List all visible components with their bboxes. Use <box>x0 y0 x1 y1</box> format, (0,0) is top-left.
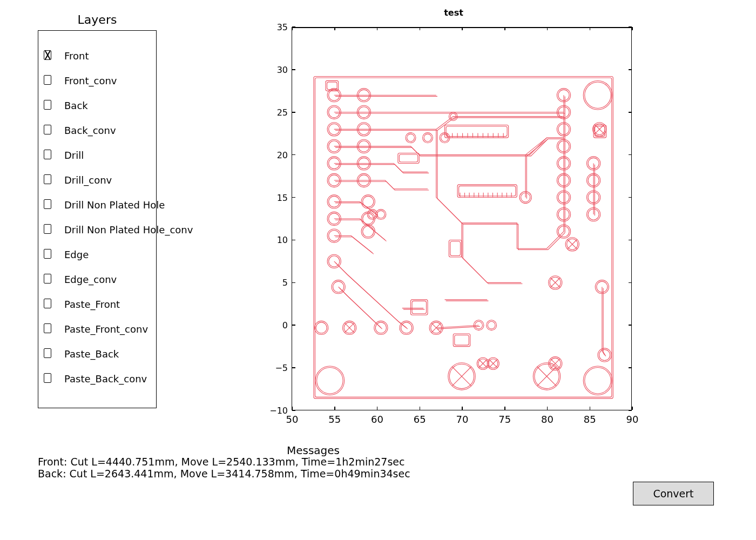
layer-checkbox[interactable] <box>44 125 51 134</box>
ytick-mark <box>292 410 295 411</box>
layer-checkbox[interactable] <box>44 174 51 184</box>
layer-checkbox[interactable] <box>44 274 51 284</box>
layer-checkbox[interactable] <box>44 323 51 333</box>
ytick-mark-right <box>629 367 632 368</box>
layer-row-drill: Drill <box>38 144 156 169</box>
layer-label: Paste_Back <box>64 348 119 360</box>
ytick-mark-right <box>629 69 632 70</box>
layer-label: Paste_Front <box>64 299 120 310</box>
ytick-mark-right <box>629 26 632 28</box>
ytick-mark <box>292 26 295 28</box>
ytick-mark <box>292 112 295 113</box>
ytick-label: 25 <box>263 107 288 117</box>
plot-area[interactable]: −10−505101520253035505560657075808590 <box>292 27 632 410</box>
layer-label: Drill Non Plated Hole <box>64 199 165 211</box>
ytick-mark <box>292 282 295 284</box>
layer-label: Back_conv <box>64 125 116 136</box>
layer-checkbox[interactable] <box>44 348 51 358</box>
layer-row-front-conv: Front_conv <box>38 70 156 94</box>
xtick-mark <box>632 407 633 410</box>
ytick-mark <box>292 69 295 70</box>
xtick-mark-top <box>547 27 548 30</box>
layer-label: Front <box>64 50 89 62</box>
ytick-label: 10 <box>263 235 288 245</box>
layer-row-drill-conv: Drill_conv <box>38 169 156 194</box>
layer-label: Back <box>64 100 88 111</box>
layer-row-drill-non-plated-hole-conv: Drill Non Plated Hole_conv <box>38 219 156 244</box>
xtick-mark <box>462 407 463 410</box>
ytick-mark <box>292 240 295 241</box>
ytick-mark-right <box>629 240 632 241</box>
layer-row-edge: Edge <box>38 244 156 268</box>
layer-label: Edge <box>64 249 89 260</box>
xtick-label: 85 <box>584 414 596 425</box>
ytick-label: −10 <box>263 406 288 416</box>
ytick-mark-right <box>629 410 632 411</box>
layer-row-paste-back-conv: Paste_Back_conv <box>38 368 156 393</box>
ytick-label: 5 <box>263 278 288 288</box>
xtick-mark <box>547 407 548 410</box>
layer-label: Paste_Front_conv <box>64 323 148 335</box>
xtick-mark <box>504 407 505 410</box>
ytick-mark <box>292 154 295 156</box>
layer-row-back-conv: Back_conv <box>38 119 156 144</box>
xtick-label: 60 <box>371 414 383 425</box>
ytick-mark-right <box>629 197 632 198</box>
layer-label: Drill Non Plated Hole_conv <box>64 224 193 235</box>
layer-row-front: Front <box>38 45 156 70</box>
messages-line-1: Front: Cut L=4440.751mm, Move L=2540.133… <box>38 456 404 468</box>
layer-checkbox[interactable] <box>44 199 51 209</box>
ytick-mark-right <box>629 282 632 284</box>
xtick-mark <box>420 407 421 410</box>
xtick-label: 80 <box>541 414 554 425</box>
ytick-mark-right <box>629 325 632 326</box>
ytick-mark <box>292 197 295 198</box>
layer-row-paste-front: Paste_Front <box>38 293 156 318</box>
ytick-label: 0 <box>263 320 288 330</box>
xtick-mark-top <box>377 27 378 30</box>
layer-label: Front_conv <box>64 75 117 86</box>
xtick-label: 65 <box>414 414 426 425</box>
layers-panel: FrontFront_convBackBack_convDrillDrill_c… <box>38 30 157 408</box>
ytick-label: 15 <box>263 192 288 202</box>
convert-button[interactable]: Convert <box>633 482 714 505</box>
ytick-label: −5 <box>263 363 288 373</box>
layer-row-back: Back <box>38 94 156 119</box>
ytick-label: 20 <box>263 150 288 160</box>
xtick-mark <box>590 407 591 410</box>
ytick-label: 30 <box>263 64 288 75</box>
layer-label: Drill <box>64 150 84 161</box>
xtick-mark <box>292 407 293 410</box>
ytick-mark <box>292 367 295 368</box>
layer-checkbox[interactable] <box>44 224 51 234</box>
ytick-mark-right <box>629 112 632 113</box>
layer-checkbox[interactable] <box>44 373 51 383</box>
messages-title: Messages <box>38 444 589 457</box>
ytick-mark-right <box>629 154 632 156</box>
ytick-mark <box>292 325 295 326</box>
xtick-mark <box>377 407 378 410</box>
layer-checkbox[interactable] <box>44 299 51 308</box>
xtick-label: 70 <box>456 414 469 425</box>
layer-row-edge-conv: Edge_conv <box>38 268 156 293</box>
ytick-label: 35 <box>263 22 288 32</box>
xtick-label: 75 <box>498 414 511 425</box>
layer-label: Drill_conv <box>64 174 112 186</box>
layer-checkbox[interactable] <box>44 100 51 110</box>
plot-spine-right <box>631 27 632 410</box>
layer-row-paste-back: Paste_Back <box>38 343 156 368</box>
xtick-mark-top <box>462 27 463 30</box>
layer-label: Edge_conv <box>64 274 117 285</box>
layer-checkbox[interactable] <box>44 75 51 85</box>
layer-label: Paste_Back_conv <box>64 373 147 384</box>
xtick-mark <box>334 407 335 410</box>
xtick-label: 90 <box>626 414 639 425</box>
plot-title: test <box>281 8 626 18</box>
layer-checkbox[interactable] <box>44 249 51 259</box>
xtick-mark-top <box>590 27 591 30</box>
xtick-mark-top <box>334 27 335 30</box>
layer-checkbox[interactable] <box>44 150 51 159</box>
layer-checkbox[interactable] <box>44 50 51 60</box>
xtick-mark-top <box>632 27 633 30</box>
xtick-mark-top <box>292 27 293 30</box>
